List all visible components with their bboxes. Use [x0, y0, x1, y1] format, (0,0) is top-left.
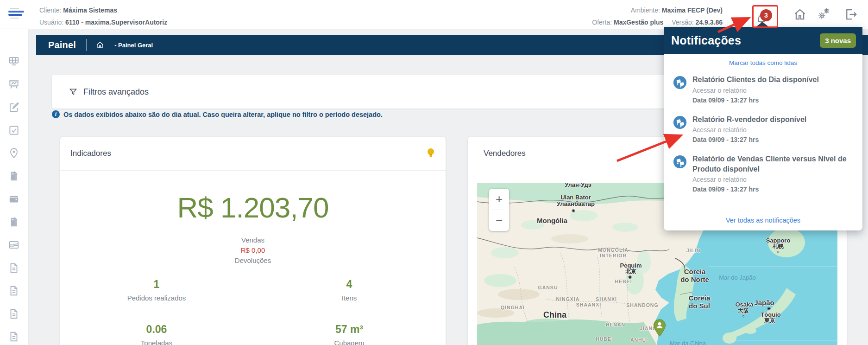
notifications-header: Notificações 3 novas	[664, 27, 862, 54]
filter-funnel-icon	[69, 87, 78, 96]
home-button[interactable]	[793, 7, 807, 21]
svg-text:$: $	[12, 174, 14, 179]
client-label: Cliente:	[39, 6, 61, 14]
session-info: Cliente: Máxima Sistemas Usuário: 6110 -…	[39, 4, 167, 28]
indicators-title: Indicadores	[70, 149, 111, 158]
advanced-filters-label: Filtros avançados	[83, 87, 149, 97]
sidebar-item-invoice-icon[interactable]: $	[8, 170, 20, 182]
stat-label: Itens	[342, 294, 357, 302]
logout-icon	[844, 7, 858, 21]
logout-button[interactable]	[844, 7, 858, 21]
notification-title: Relatório Clientes do Dia disponível	[692, 75, 819, 85]
notification-item[interactable]: Relatório R-vendedor disponívelAcessar o…	[671, 109, 855, 149]
breadcrumb: - Painel Geral	[114, 42, 153, 49]
sidebar-item-chart-board-icon[interactable]	[8, 78, 20, 90]
notifications-title: Notificações	[671, 34, 741, 47]
notification-date: Data 09/09 - 13:27 hrs	[692, 185, 855, 193]
user-label: Usuário:	[39, 19, 63, 26]
sidebar-item-wallet-icon[interactable]	[8, 193, 20, 205]
stat-value: 0.06	[141, 323, 172, 336]
indicators-card: Indicadores R$ 1.203,70 Vendas R$ 0,00 D…	[60, 137, 446, 345]
notification-action-link[interactable]: Acessar o relatório	[692, 87, 819, 94]
sidebar-item-document-icon[interactable]	[8, 262, 20, 274]
svg-text:$: $	[12, 220, 14, 225]
notification-action-link[interactable]: Acessar o relatório	[692, 126, 806, 134]
returns-label: Devoluções	[60, 256, 446, 264]
notification-date: Data 09/09 - 13:27 hrs	[692, 96, 819, 104]
panel-pointer	[755, 22, 769, 27]
sidebar-item-document-icon[interactable]	[8, 308, 20, 320]
stat-label: Pedidos realizados	[127, 294, 186, 302]
env-value: Maxima FECP (Dev)	[662, 6, 723, 14]
sidebar-item-dashboard-icon[interactable]	[8, 55, 20, 67]
pagebar-divider	[86, 39, 87, 51]
indicator-stat: 4Itens	[342, 278, 357, 302]
settings-gears-icon	[817, 6, 831, 20]
client-value: Máxima Sistemas	[63, 6, 117, 14]
stat-value: 1	[127, 278, 186, 291]
topbar: Cliente: Máxima Sistemas Usuário: 6110 -…	[0, 0, 868, 29]
version-value: 24.9.3.86	[696, 19, 723, 26]
env-label: Ambiente:	[631, 6, 660, 14]
notification-title: Relatório R-vendedor disponível	[692, 115, 806, 125]
sidebar-item-checkbox-icon[interactable]	[8, 124, 20, 136]
mark-all-read-link[interactable]: Marcar todas como lidas	[664, 59, 862, 66]
sidebar-item-chart-area-icon[interactable]	[8, 239, 20, 251]
sidebar-item-document-icon[interactable]	[8, 331, 20, 343]
home-icon	[793, 7, 807, 21]
map-zoom-out-button[interactable]: −	[489, 210, 509, 231]
notifications-panel: Notificações 3 novas Marcar todas como l…	[664, 27, 862, 230]
sidebar-item-invoice-icon[interactable]: $	[8, 216, 20, 228]
sidebar-item-map-pin-icon[interactable]	[8, 147, 20, 159]
user-value: 6110 - maxima.SupervisorAutoriz	[65, 19, 167, 26]
app-window: Cliente: Máxima Sistemas Usuário: 6110 -…	[0, 0, 868, 345]
settings-button[interactable]	[817, 6, 831, 20]
notification-count-badge[interactable]: 3	[760, 9, 772, 21]
returns-value: R$ 0,00	[60, 246, 446, 254]
report-chat-icon	[673, 76, 687, 89]
notification-title: Relatório de Vendas Cliente versus Nível…	[692, 154, 855, 174]
indicator-stat: 57 m³Cubagem	[334, 323, 364, 345]
sales-total-value: R$ 1.203,70	[60, 191, 446, 224]
environment-info: Ambiente: Maxima FECP (Dev) Oferta: MaxG…	[592, 4, 723, 28]
sellers-title: Vendedores	[484, 149, 526, 158]
sidebar-item-document-icon[interactable]	[8, 285, 20, 297]
offer-value: MaxGestão plus	[614, 19, 663, 26]
sales-label: Vendas	[60, 236, 446, 244]
lightbulb-icon[interactable]	[426, 147, 435, 160]
offer-label: Oferta:	[592, 19, 612, 26]
report-chat-icon	[673, 115, 687, 129]
seller-map-pin[interactable]	[653, 319, 666, 337]
notification-date: Data 09/09 - 13:27 hrs	[692, 136, 806, 143]
stat-value: 57 m³	[334, 323, 364, 336]
indicator-stat: 0.06Toneladas	[141, 323, 172, 345]
stat-label: Cubagem	[334, 339, 364, 345]
view-all-notifications-link[interactable]: Ver todas as notificações	[664, 217, 862, 224]
report-chat-icon	[673, 155, 687, 169]
indicators-header: Indicadores	[60, 137, 446, 171]
new-count-badge[interactable]: 3 novas	[820, 33, 856, 48]
sidebar-nav: $$	[0, 29, 28, 345]
info-message: i Os dados exibidos abaixo são do dia at…	[52, 110, 673, 118]
notification-item[interactable]: Relatório de Vendas Cliente versus Nível…	[671, 148, 855, 198]
map-zoom-controls: + −	[489, 189, 509, 231]
info-text: Os dados exibidos abaixo são do dia atua…	[63, 111, 383, 118]
indicator-stat: 1Pedidos realizados	[127, 278, 186, 302]
stat-value: 4	[342, 278, 357, 291]
info-icon: i	[52, 110, 60, 118]
version-label: Versão:	[672, 19, 693, 26]
stat-label: Toneladas	[141, 339, 172, 345]
map-zoom-in-button[interactable]: +	[489, 189, 509, 210]
maxima-logo-icon[interactable]	[8, 8, 25, 21]
sidebar-item-edit-icon[interactable]	[8, 101, 20, 113]
notification-item[interactable]: Relatório Clientes do Dia disponívelAces…	[671, 69, 855, 109]
breadcrumb-home-icon[interactable]	[96, 41, 104, 49]
notification-action-link[interactable]: Acessar o relatório	[692, 176, 855, 183]
page-title: Painel	[48, 40, 76, 51]
